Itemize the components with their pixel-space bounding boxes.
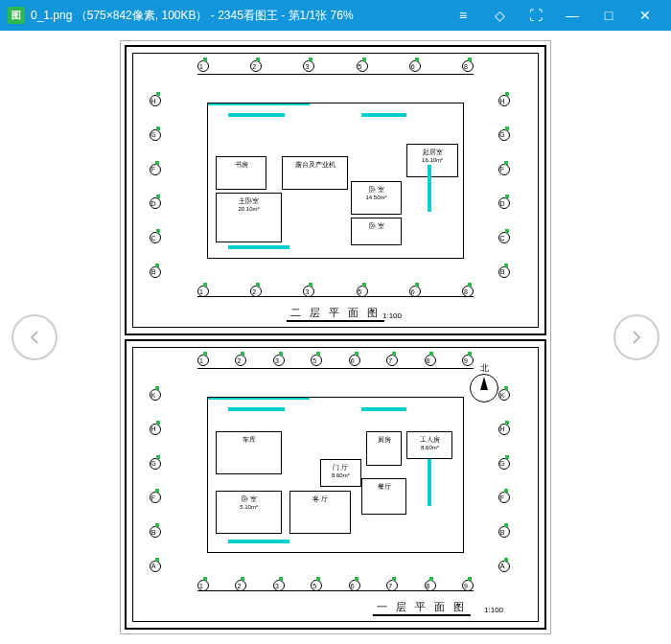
grid-bubble: D	[498, 197, 510, 209]
grid-cols-bottom: 12356789	[197, 580, 474, 605]
grid-bubble: A	[498, 561, 510, 572]
grid-bubble: F	[498, 492, 510, 503]
grid-bubble: H	[498, 95, 510, 106]
grid-bubble: 3	[303, 286, 314, 297]
menu-button[interactable]: ≡	[445, 0, 481, 31]
grid-bubble: 7	[386, 580, 398, 591]
grid-bubble: 8	[462, 286, 474, 297]
maximize-button[interactable]: □	[590, 0, 627, 31]
grid-bubble: F	[150, 492, 161, 503]
grid-bubble: F	[150, 164, 161, 175]
room: 主卧室20.10m²	[216, 193, 282, 242]
room: 厨房	[366, 431, 402, 465]
grid-rows-left: HGFDCB	[150, 95, 173, 278]
grid-bubble: 1	[197, 60, 209, 72]
room: 门 厅8.60m²	[320, 459, 361, 487]
grid-bubble: 2	[250, 60, 262, 72]
building-outline: 书房主卧室20.10m²露台及产业机卧 室14.50m²卧 室起居室16.10m…	[207, 103, 464, 259]
dim-line	[197, 590, 474, 591]
app-icon: 图	[8, 7, 25, 24]
grid-bubble: 1	[197, 580, 209, 591]
grid-bubble: B	[150, 526, 161, 538]
grid-rows-right: KHGFBA	[498, 389, 521, 572]
grid-bubble: B	[498, 266, 510, 278]
room: 客 厅	[289, 491, 351, 534]
grid-bubble: B	[150, 266, 161, 278]
grid-bubble: 6	[409, 60, 421, 72]
grid-bubble: K	[498, 389, 510, 401]
dim-line	[197, 296, 474, 297]
minimize-button[interactable]: —	[554, 0, 590, 31]
room: 卧 室	[351, 218, 402, 245]
grid-bubble: 8	[462, 60, 474, 72]
chevron-right-icon	[629, 330, 644, 345]
drawing-scale: 1:100	[484, 606, 503, 614]
grid-bubble: 2	[235, 355, 246, 366]
grid-bubble: G	[498, 129, 510, 141]
grid-bubble: 3	[303, 60, 314, 72]
grid-cols-top: 12356789	[197, 355, 474, 380]
room: 起居室16.10m²	[406, 144, 457, 177]
grid-bubble: 3	[273, 355, 285, 366]
prev-image-button[interactable]	[12, 314, 58, 360]
room: 卧 室5.10m²	[216, 491, 282, 534]
drawing-floor1: 12356789 北 KHGFBA KHGFBA 车库卧 室5.10m²客 厅门…	[125, 339, 546, 630]
fullscreen-button[interactable]: ⛶	[518, 0, 554, 31]
grid-bubble: 5	[357, 286, 368, 297]
grid-bubble: 6	[409, 286, 421, 297]
grid-cols-bottom: 123568	[197, 286, 474, 310]
grid-bubble: K	[150, 389, 161, 401]
grid-bubble: G	[150, 129, 161, 141]
room: 车库	[216, 431, 282, 474]
grid-rows-right: HGFDCB	[498, 95, 521, 278]
grid-bubble: A	[150, 561, 161, 572]
drawing-floor2: 123568 HGFDCB HGFDCB 书房主卧室20.10m²露台及产业机卧…	[125, 45, 546, 335]
grid-bubble: 9	[462, 355, 474, 366]
displayed-image: 123568 HGFDCB HGFDCB 书房主卧室20.10m²露台及产业机卧…	[120, 40, 551, 634]
grid-bubble: D	[150, 197, 161, 209]
grid-bubble: H	[498, 424, 510, 435]
grid-bubble: G	[498, 458, 510, 470]
room: 工人房8.60m²	[406, 431, 452, 459]
window-controls: ≡ ◇ ⛶ — □ ✕	[445, 0, 663, 31]
grid-bubble: 7	[386, 355, 398, 366]
grid-bubble: 6	[349, 580, 360, 591]
image-viewer: 123568 HGFDCB HGFDCB 书房主卧室20.10m²露台及产业机卧…	[0, 31, 671, 644]
grid-bubble: 3	[273, 580, 285, 591]
grid-bubble: 1	[197, 355, 209, 366]
grid-bubble: G	[150, 458, 161, 470]
grid-bubble: 5	[311, 580, 322, 591]
grid-bubble: C	[498, 232, 510, 243]
grid-bubble: 9	[462, 580, 474, 591]
dim-line	[197, 74, 474, 75]
grid-bubble: 8	[425, 580, 436, 591]
grid-bubble: H	[150, 95, 161, 106]
drawing-title: 一 层 平 面 图	[373, 600, 471, 616]
pin-button[interactable]: ◇	[481, 0, 518, 31]
room: 露台及产业机	[282, 156, 348, 190]
grid-bubble: 2	[250, 286, 262, 297]
grid-bubble: 5	[357, 60, 368, 72]
grid-bubble: 8	[425, 355, 436, 366]
grid-rows-left: KHGFBA	[150, 389, 173, 572]
grid-bubble: H	[150, 424, 161, 435]
building-outline: 车库卧 室5.10m²客 厅门 厅8.60m²餐厅厨房工人房8.60m²	[207, 397, 464, 553]
grid-cols-top: 123568	[197, 60, 474, 85]
grid-bubble: C	[150, 232, 161, 243]
grid-bubble: 1	[197, 286, 209, 297]
drawing-title: 二 层 平 面 图	[287, 306, 384, 322]
grid-bubble: 5	[311, 355, 322, 366]
grid-bubble: 2	[235, 580, 246, 591]
grid-bubble: B	[498, 526, 510, 538]
room: 餐厅	[361, 478, 407, 516]
grid-bubble: 6	[349, 355, 360, 366]
room: 卧 室14.50m²	[351, 181, 402, 215]
north-compass-icon	[470, 374, 498, 402]
close-button[interactable]: ✕	[627, 0, 663, 31]
titlebar: 图 0_1.png （575×842像素, 100KB） - 2345看图王 -…	[0, 0, 671, 31]
window-title: 0_1.png （575×842像素, 100KB） - 2345看图王 - 第…	[31, 8, 445, 24]
drawing-scale: 1:100	[382, 311, 402, 320]
chevron-left-icon	[27, 330, 42, 345]
next-image-button[interactable]	[613, 314, 659, 360]
dim-line	[197, 368, 474, 369]
